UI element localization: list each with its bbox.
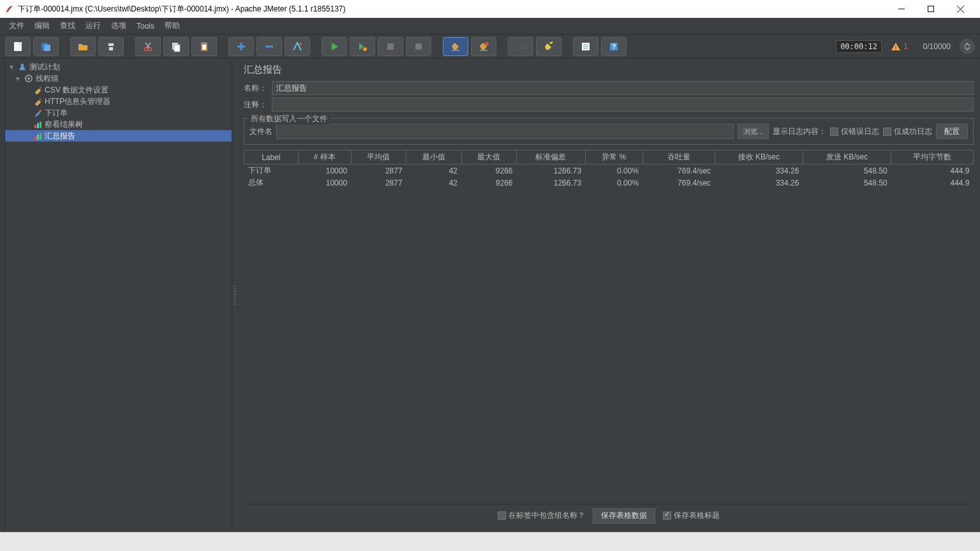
- col-error[interactable]: 异常 %: [585, 151, 642, 165]
- errors-only-checkbox[interactable]: 仅错误日志: [830, 126, 879, 137]
- svg-rect-27: [480, 50, 487, 51]
- svg-point-28: [485, 42, 489, 46]
- search-button[interactable]: [508, 37, 533, 56]
- expand-toggle-button[interactable]: [960, 39, 975, 54]
- tree-item-csv-config[interactable]: CSV 数据文件设置: [5, 84, 232, 96]
- tree-item-results-tree[interactable]: 察看结果树: [5, 119, 232, 130]
- col-sent[interactable]: 发送 KB/sec: [803, 151, 891, 165]
- table-row[interactable]: 下订单1000028774292661266.730.00%769.4/sec3…: [244, 165, 974, 177]
- filename-input[interactable]: [276, 124, 734, 139]
- remove-button[interactable]: [256, 37, 282, 56]
- tree-item-sampler[interactable]: 下订单: [5, 107, 232, 119]
- menu-tools[interactable]: Tools: [131, 20, 160, 33]
- clear-button[interactable]: [443, 37, 468, 56]
- warning-indicator[interactable]: ! 1: [891, 41, 908, 52]
- templates-button[interactable]: [33, 37, 59, 56]
- col-samples[interactable]: # 样本: [298, 151, 351, 165]
- reset-search-button[interactable]: [536, 37, 561, 56]
- dropper-icon: [33, 108, 43, 118]
- bottom-bar: 在标签中包含组名称？ 保存表格数据 保存表格标题: [244, 504, 974, 527]
- svg-rect-42: [34, 125, 36, 128]
- include-group-checkbox[interactable]: 在标签中包含组名称？: [498, 510, 585, 521]
- wrench-icon: [33, 96, 43, 107]
- name-label: 名称：: [244, 83, 272, 94]
- save-table-data-button[interactable]: 保存表格数据: [593, 508, 655, 524]
- svg-point-41: [39, 110, 41, 112]
- start-no-pause-button[interactable]: [350, 37, 375, 56]
- menu-run[interactable]: 运行: [80, 18, 106, 33]
- col-stddev[interactable]: 标准偏差: [517, 151, 586, 165]
- show-log-label: 显示日志内容：: [773, 126, 826, 137]
- window-title: 下订单-000014.jmx (C:\Users\twl\Desktop\下订单…: [18, 4, 887, 15]
- menu-help[interactable]: 帮助: [160, 18, 185, 33]
- name-input[interactable]: [272, 81, 974, 95]
- shutdown-button[interactable]: [406, 37, 431, 56]
- col-label[interactable]: Label: [244, 151, 299, 165]
- tree-item-summary-report[interactable]: 汇总报告: [5, 130, 232, 142]
- minimize-button[interactable]: [887, 0, 916, 18]
- warning-count: 1: [903, 42, 908, 51]
- help-button[interactable]: ?: [601, 37, 627, 56]
- save-header-checkbox[interactable]: 保存表格标题: [663, 510, 720, 521]
- svg-text:!: !: [895, 45, 897, 51]
- col-recv[interactable]: 接收 KB/sec: [715, 151, 803, 165]
- comment-input[interactable]: [272, 98, 974, 112]
- maximize-button[interactable]: [916, 0, 946, 18]
- titlebar: 下订单-000014.jmx (C:\Users\twl\Desktop\下订单…: [0, 0, 980, 18]
- svg-rect-15: [174, 45, 180, 52]
- menu-file[interactable]: 文件: [4, 18, 29, 33]
- svg-text:?: ?: [612, 43, 616, 50]
- svg-rect-24: [387, 43, 394, 50]
- paste-button[interactable]: [191, 37, 217, 56]
- table-header-row: Label # 样本 平均值 最小值 最大值 标准偏差 异常 % 吞吐量 接收 …: [244, 151, 974, 165]
- os-taskbar: [0, 532, 980, 551]
- svg-point-30: [521, 44, 526, 49]
- svg-rect-1: [928, 6, 934, 12]
- tree-item-http-header[interactable]: HTTP信息头管理器: [5, 96, 232, 107]
- col-avgbytes[interactable]: 平均字节数: [891, 151, 974, 165]
- svg-rect-9: [109, 47, 113, 50]
- svg-point-23: [363, 47, 367, 51]
- svg-rect-44: [40, 122, 41, 128]
- start-button[interactable]: [322, 37, 347, 56]
- flask-icon: [17, 62, 27, 72]
- panel-title: 汇总报告: [244, 64, 974, 76]
- stop-button[interactable]: [378, 37, 403, 56]
- save-button[interactable]: [98, 37, 124, 56]
- col-min[interactable]: 最小值: [406, 151, 461, 165]
- menu-edit[interactable]: 编辑: [29, 18, 55, 33]
- svg-rect-45: [34, 136, 36, 140]
- gear-icon: [24, 73, 34, 84]
- collapse-icon[interactable]: ▼: [14, 75, 22, 82]
- configure-button[interactable]: 配置: [936, 124, 968, 139]
- success-only-checkbox[interactable]: 仅成功日志: [883, 126, 932, 137]
- open-button[interactable]: [70, 37, 96, 56]
- splitter-handle[interactable]: [232, 59, 237, 532]
- svg-rect-17: [202, 45, 206, 50]
- col-max[interactable]: 最大值: [461, 151, 516, 165]
- svg-rect-46: [37, 135, 39, 140]
- menu-options[interactable]: 选项: [106, 18, 131, 33]
- fieldset-legend: 所有数据写入一个文件: [248, 114, 330, 124]
- close-button[interactable]: [946, 0, 975, 18]
- col-throughput[interactable]: 吞吐量: [642, 151, 715, 165]
- copy-button[interactable]: [163, 37, 189, 56]
- browse-button[interactable]: 浏览...: [738, 124, 769, 139]
- tree-item-test-plan[interactable]: ▼ 测试计划: [5, 61, 232, 73]
- menu-search[interactable]: 查找: [55, 18, 80, 33]
- chart-icon: [33, 119, 43, 129]
- tree-item-thread-group[interactable]: ▼ 线程组: [5, 73, 232, 84]
- chart-icon: [33, 131, 43, 141]
- svg-rect-25: [415, 43, 422, 50]
- cut-button[interactable]: [135, 37, 161, 56]
- table-row[interactable]: 总体1000028774292661266.730.00%769.4/sec33…: [244, 177, 974, 189]
- new-button[interactable]: [5, 37, 31, 56]
- test-plan-tree[interactable]: ▼ 测试计划 ▼ 线程组 CSV 数据文件设置 HTTP信息头管理器 下订单: [5, 59, 232, 532]
- function-helper-button[interactable]: [573, 37, 598, 56]
- toolbar: ? 00:00:12 ! 1 0/10000: [0, 34, 980, 59]
- add-button[interactable]: [228, 37, 254, 56]
- collapse-icon[interactable]: ▼: [8, 64, 15, 71]
- col-average[interactable]: 平均值: [351, 151, 406, 165]
- toggle-button[interactable]: [285, 37, 310, 56]
- clear-all-button[interactable]: [471, 37, 496, 56]
